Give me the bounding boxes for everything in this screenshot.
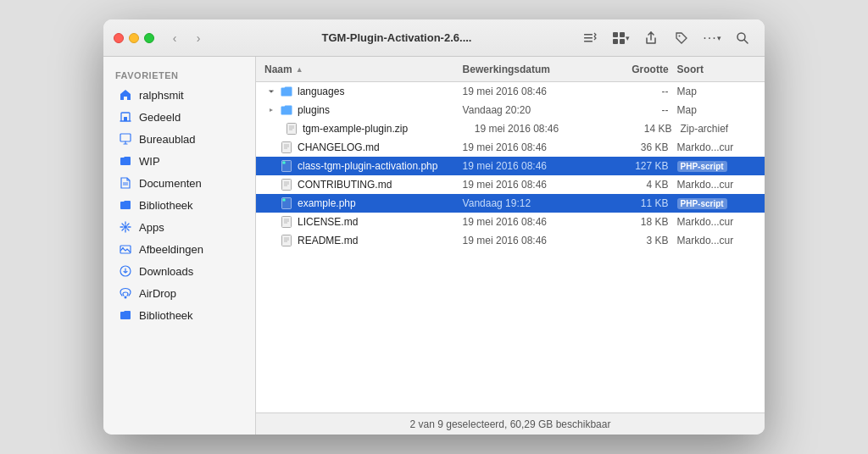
file-type: Markdo...cur [677,235,756,246]
nav-buttons: ‹ › [164,28,209,48]
col-type-header[interactable]: Soort [677,64,756,75]
sidebar-item-label: WIP [139,155,160,168]
file-name-text: README.md [298,235,358,246]
document-icon [119,176,132,190]
file-name: class-tgm-plugin-activation.php [264,159,463,173]
svg-point-15 [122,247,124,249]
folder-icon [119,154,132,168]
sidebar-item-bibliotheek2[interactable]: Bibliotheek [107,304,252,326]
file-row[interactable]: CONTRIBUTING.md 19 mei 2016 08:46 4 KB M… [256,175,765,194]
status-text: 2 van 9 geselecteerd, 60,29 GB beschikba… [410,418,611,430]
col-size-header[interactable]: Grootte [605,64,677,75]
sidebar-item-downloads[interactable]: Downloads [107,260,252,282]
file-type: Map [677,86,756,97]
file-type: PHP-script [677,197,756,209]
file-row-selected[interactable]: class-tgm-plugin-activation.php 19 mei 2… [256,157,765,175]
sidebar-item-gedeeld[interactable]: Gedeeld [107,106,252,128]
sidebar-item-label: Documenten [139,177,202,190]
sidebar-item-airdrop[interactable]: AirDrop [107,282,252,304]
empty-row [256,287,765,306]
file-row-selected[interactable]: example.php Vandaag 19:12 11 KB PHP-scri… [256,194,765,213]
svg-point-7 [679,35,681,36]
grid-view-button[interactable]: ▾ [609,26,632,50]
md-icon [280,141,293,154]
file-row[interactable]: tgm-example-plugin.zip 19 mei 2016 08:46… [256,119,765,138]
file-date: Vandaag 20:20 [463,104,605,116]
svg-point-17 [125,296,127,299]
svg-rect-38 [282,235,292,246]
file-name-text: tgm-example-plugin.zip [303,123,408,135]
sidebar-item-label: Bibliotheek [139,309,193,322]
svg-rect-10 [120,134,131,141]
toolbar: ▾ ··· ▾ [578,26,754,50]
empty-row [256,324,765,343]
sidebar-item-apps[interactable]: Apps [107,216,252,238]
tag-button[interactable] [670,26,693,50]
photos-icon [119,242,132,256]
search-button[interactable] [731,26,754,50]
file-row[interactable]: LICENSE.md 19 mei 2016 08:46 18 KB Markd… [256,213,765,231]
fullscreen-button[interactable] [144,33,154,43]
svg-rect-5 [613,39,618,44]
file-date: 19 mei 2016 08:46 [475,123,611,135]
php-icon [280,197,293,210]
file-type: Markdo...cur [677,216,756,228]
file-size: 18 KB [605,216,677,228]
sidebar-item-label: Bureaublad [139,133,196,146]
share-button[interactable] [639,26,663,50]
empty-row [256,250,765,269]
svg-rect-34 [282,216,292,227]
svg-rect-27 [283,161,286,163]
empty-row [256,269,765,287]
file-date: 19 mei 2016 08:46 [463,179,605,191]
folder-icon [280,85,293,98]
file-size: 14 KB [611,123,681,135]
home-icon [119,88,132,102]
file-row[interactable]: CHANGELOG.md 19 mei 2016 08:46 36 KB Mar… [256,138,765,157]
minimize-button[interactable] [129,33,139,43]
more-button[interactable]: ··· ▾ [700,26,724,50]
sidebar-item-bibliotheek[interactable]: Bibliotheek [107,194,252,216]
col-date-header[interactable]: Bewerkingsdatum [463,64,605,75]
zip-icon [285,122,298,136]
svg-rect-33 [283,198,286,201]
file-row[interactable]: README.md 19 mei 2016 08:46 3 KB Markdo.… [256,231,765,250]
file-name-text: plugins [298,104,330,116]
svg-rect-1 [584,37,593,39]
traffic-lights [114,33,154,43]
col-name-header[interactable]: Naam ▲ [264,64,463,75]
file-type: Markdo...cur [677,179,756,191]
sort-arrow: ▲ [296,65,303,74]
file-name: CONTRIBUTING.md [264,178,463,191]
list-view-button[interactable] [578,26,602,50]
type-badge: PHP-script [677,198,727,209]
md-icon [280,215,293,229]
file-row[interactable]: languages 19 mei 2016 08:46 -- Map [256,82,765,101]
file-list[interactable]: languages 19 mei 2016 08:46 -- Map [256,82,765,412]
sidebar-item-afbeeldingen[interactable]: Afbeeldingen [107,238,252,260]
shared-icon [119,110,132,124]
close-button[interactable] [114,33,124,43]
file-type: PHP-script [677,160,756,172]
sidebar-item-wip[interactable]: WIP [107,150,252,172]
file-name: example.php [264,197,463,210]
sidebar-item-documenten[interactable]: Documenten [107,172,252,194]
sidebar-item-label: AirDrop [139,287,176,300]
file-date: 19 mei 2016 08:46 [463,216,605,228]
back-button[interactable]: ‹ [164,28,185,48]
forward-button[interactable]: › [188,28,209,48]
svg-rect-28 [282,179,292,190]
file-size: 4 KB [605,179,677,191]
svg-rect-18 [287,123,297,134]
sidebar-item-ralphsmit[interactable]: ralphsmit [107,84,252,106]
sidebar-item-bureaublad[interactable]: Bureaublad [107,128,252,150]
airdrop-icon [119,286,132,300]
library-icon [119,198,132,212]
file-date: 19 mei 2016 08:46 [463,86,605,97]
file-name: README.md [264,234,463,247]
file-row[interactable]: plugins Vandaag 20:20 -- Map [256,101,765,119]
sidebar-item-label: Apps [139,221,164,234]
downloads-icon [119,264,132,278]
file-name: CHANGELOG.md [264,141,463,154]
sidebar: Favorieten ralphsmit Ged [103,57,256,435]
